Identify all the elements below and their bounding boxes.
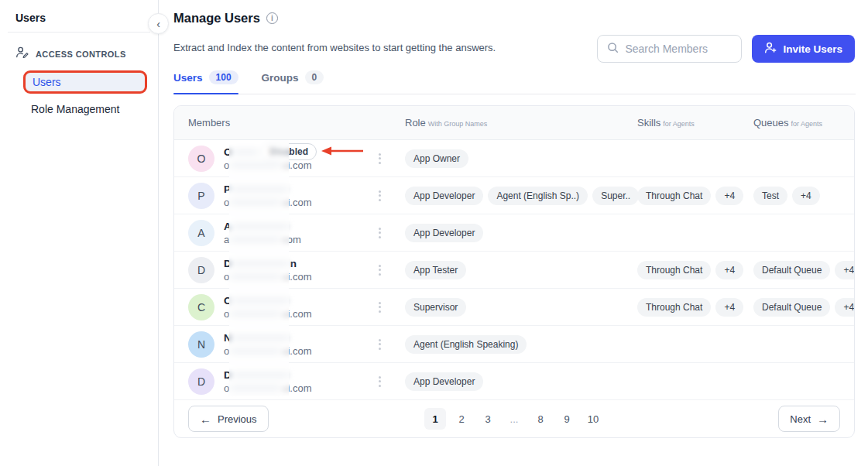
avatar: C <box>188 294 214 320</box>
sidebar-collapse-button[interactable]: ‹ <box>148 13 169 34</box>
previous-label: Previous <box>218 413 257 425</box>
next-page-button[interactable]: Next → <box>778 406 840 432</box>
previous-page-button[interactable]: ← Previous <box>188 406 269 432</box>
member-email: oui.com <box>224 382 365 394</box>
member-name-visible: O <box>224 146 232 158</box>
row-menu-button[interactable] <box>374 339 385 350</box>
page-number-10[interactable]: 10 <box>582 408 604 430</box>
row-menu-button[interactable] <box>374 265 385 276</box>
skill-list: Through Chat+4 <box>637 261 753 279</box>
row-menu-button[interactable] <box>374 302 385 313</box>
member-text: Coui.com <box>224 295 365 320</box>
page-number-2[interactable]: 2 <box>451 408 472 430</box>
redacted-name <box>232 372 290 379</box>
row-menu-button[interactable] <box>374 376 385 387</box>
sidebar: Users ACCESS CONTROLS Users Role Managem… <box>0 0 159 466</box>
queue-pill: Test <box>753 187 787 205</box>
queue-pill: Default Queue <box>753 261 830 279</box>
invite-users-label: Invite Users <box>783 43 842 55</box>
row-menu-button[interactable] <box>374 190 385 201</box>
page-number-9[interactable]: 9 <box>556 408 578 430</box>
annotation-arrow <box>321 146 365 158</box>
queue-overflow-badge[interactable]: +4 <box>792 187 820 205</box>
member-email-visible-prefix: o <box>224 345 229 357</box>
avatar: A <box>188 220 214 246</box>
sidebar-title: Users <box>0 0 158 32</box>
redacted-email <box>230 162 281 169</box>
sidebar-item-role-management[interactable]: Role Management <box>23 98 147 120</box>
member-email-visible-suffix: ui.com <box>282 197 311 208</box>
table-row: CCoui.comSupervisorThrough Chat+4Default… <box>174 289 854 326</box>
invite-users-button[interactable]: Invite Users <box>752 35 855 63</box>
arrow-left-icon: ← <box>200 413 211 426</box>
avatar: D <box>188 257 214 283</box>
page-number-3[interactable]: 3 <box>477 408 499 430</box>
pagination: ← Previous 123...8910 Next → <box>174 400 854 437</box>
member-email: oui.com <box>224 308 365 320</box>
queue-overflow-badge[interactable]: +4 <box>835 261 855 279</box>
member-cell: DDnoui.com <box>188 257 405 283</box>
member-name-visible: D <box>224 258 232 269</box>
tab-users-count-badge: 100 <box>209 70 238 84</box>
search-members-input[interactable] <box>625 43 726 55</box>
member-email-visible-suffix: ui.com <box>282 271 311 283</box>
redacted-name <box>232 186 289 193</box>
status-badge: Disabled <box>261 143 317 160</box>
role-pill: Agent (English Speaking) <box>405 335 527 354</box>
role-pill: App Developer <box>405 372 483 391</box>
redacted-email <box>230 273 281 280</box>
skill-overflow-badge[interactable]: +4 <box>715 261 743 279</box>
redacted-name <box>232 334 290 341</box>
search-box[interactable] <box>597 35 742 63</box>
page-number-8[interactable]: 8 <box>530 408 551 430</box>
info-icon[interactable]: i <box>266 12 278 24</box>
role-list: Agent (English Speaking) <box>405 335 637 354</box>
column-subheader: With Group Names <box>428 120 488 128</box>
member-name: ODisabled <box>224 146 365 158</box>
tab-users-label: Users <box>173 72 203 84</box>
skill-list: Through Chat+4 <box>637 298 753 317</box>
table-row: NNoui.comAgent (English Speaking) <box>174 326 854 363</box>
page-number-1[interactable]: 1 <box>424 408 446 430</box>
page-number-list: 123...8910 <box>424 408 604 430</box>
redacted-email <box>230 348 281 355</box>
sidebar-item-users[interactable]: Users <box>23 70 147 94</box>
member-email-visible-suffix: ui.com <box>282 345 311 357</box>
member-name-visible: N <box>224 332 232 344</box>
queue-overflow-badge[interactable]: +4 <box>835 298 855 317</box>
member-email: oui.com <box>224 197 365 208</box>
member-name: Dn <box>224 258 365 269</box>
redacted-name <box>233 149 259 156</box>
redacted-email <box>230 385 281 392</box>
queue-list: Test+4 <box>753 187 854 205</box>
skill-overflow-badge[interactable]: +4 <box>715 187 743 205</box>
user-plus-icon <box>764 42 777 56</box>
skill-overflow-badge[interactable]: +4 <box>715 298 743 317</box>
member-email-visible-prefix: o <box>224 197 229 208</box>
member-email-visible-prefix: o <box>224 308 229 320</box>
redacted-name <box>232 260 290 267</box>
role-pill: App Developer <box>405 224 483 242</box>
table-row: DDnoui.comApp TesterThrough Chat+4Defaul… <box>174 252 854 289</box>
member-text: ODisabledoui.com <box>224 146 365 171</box>
table-row: OODisabledoui.comApp Owner <box>174 140 854 177</box>
tab-groups[interactable]: Groups 0 <box>262 70 324 94</box>
role-list: App Developer <box>405 372 637 391</box>
row-menu-button[interactable] <box>374 153 385 164</box>
member-name-visible-suffix: n <box>290 258 297 269</box>
page-header: Manage Users i <box>173 11 856 26</box>
user-edit-icon <box>15 46 29 61</box>
arrow-right-icon: → <box>817 413 829 426</box>
queue-list: Default Queue+4 <box>753 261 855 279</box>
row-menu-button[interactable] <box>374 228 385 238</box>
sidebar-nav: Users Role Management <box>0 70 158 120</box>
member-cell: OODisabledoui.com <box>188 146 405 172</box>
member-email: oui.com <box>224 271 365 283</box>
member-name-visible: C <box>224 295 232 307</box>
tab-bar: Users 100 Groups 0 <box>173 70 856 94</box>
sidebar-section-label: ACCESS CONTROLS <box>36 50 126 59</box>
search-icon <box>607 42 619 57</box>
member-cell: NNoui.com <box>188 331 405 358</box>
member-text: Dnoui.com <box>224 258 365 283</box>
tab-users[interactable]: Users 100 <box>173 70 238 94</box>
